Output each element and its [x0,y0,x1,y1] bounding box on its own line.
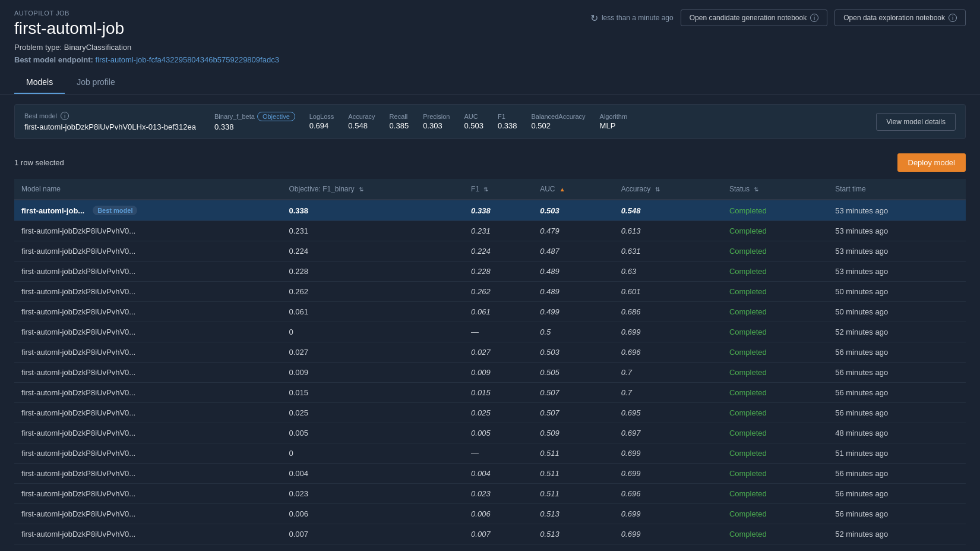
accuracy-cell: 0.601 [614,282,722,302]
best-model-info: Best model i first-automl-jobDzkP8iUvPvh… [24,112,214,131]
model-name-cell: first-automl-job...Best model [14,200,282,221]
table-row[interactable]: first-automl-jobDzkP8iUvPvhV0...0.0060.0… [14,504,966,524]
f1-cell: 0.006 [464,504,533,524]
data-exploration-button[interactable]: Open data exploration notebook i [834,10,966,26]
metric-f1: F1 0.338 [498,113,517,130]
best-model-label: Best model i [24,112,214,120]
table-row[interactable]: first-automl-job...Best model0.3380.3380… [14,200,966,221]
start-time-cell: 56 minutes ago [828,504,966,524]
table-row[interactable]: first-automl-jobDzkP8iUvPvhV0...0.2240.2… [14,241,966,262]
table-row[interactable]: first-automl-jobDzkP8iUvPvhV0...0.0090.0… [14,363,966,383]
auc-cell: 0.479 [533,221,614,241]
best-model-link[interactable]: first-automl-job-fcfa432295804346b575922… [96,55,279,64]
start-time-cell: 53 minutes ago [828,262,966,282]
objective-cell: 0.023 [282,484,464,504]
metric-balanced-accuracy: BalancedAccuracy 0.502 [531,113,585,130]
candidate-notebook-info-icon[interactable]: i [810,14,818,22]
models-table: Model name Objective: F1_binary ⇅ F1 ⇅ A… [14,179,966,551]
col-model-name[interactable]: Model name [14,179,282,200]
auc-cell: 0.509 [533,423,614,443]
table-row[interactable]: first-automl-jobDzkP8iUvPvhV0...0.0270.0… [14,342,966,363]
model-name-cell: first-automl-jobDzkP8iUvPvhV0... [14,504,282,524]
data-exploration-info-icon[interactable]: i [949,14,957,22]
model-name-text: first-automl-jobDzkP8iUvPvhV0... [21,307,135,316]
status-cell: Completed [722,423,828,443]
accuracy-cell: 0.7 [614,363,722,383]
accuracy-cell: 0.699 [614,544,722,552]
status-cell: Completed [722,484,828,504]
refresh-icon: ↻ [590,12,598,24]
candidate-notebook-button[interactable]: Open candidate generation notebook i [681,10,828,26]
view-model-details-button[interactable]: View model details [876,113,956,131]
col-objective[interactable]: Objective: F1_binary ⇅ [282,179,464,200]
table-row[interactable]: first-automl-jobDzkP8iUvPvhV0...0.0250.0… [14,403,966,423]
f1-cell: 0.023 [464,484,533,504]
col-status[interactable]: Status ⇅ [722,179,828,200]
objective-cell: 0.025 [282,403,464,423]
best-model-name: first-automl-jobDzkP8iUvPvhV0LHx-013-bef… [24,122,214,131]
col-accuracy[interactable]: Accuracy ⇅ [614,179,722,200]
start-time-cell: 56 minutes ago [828,544,966,552]
accuracy-cell: 0.699 [614,504,722,524]
status-cell: Completed [722,443,828,464]
start-time-cell: 50 minutes ago [828,282,966,302]
objective-cell: 0.009 [282,363,464,383]
status-cell: Completed [722,241,828,262]
table-row[interactable]: first-automl-jobDzkP8iUvPvhV0...0—0.50.6… [14,322,966,342]
table-row[interactable]: first-automl-jobDzkP8iUvPvhV0...0—0.5110… [14,443,966,464]
status-cell: Completed [722,221,828,241]
table-row[interactable]: first-automl-jobDzkP8iUvPvhV0...0.0040.0… [14,464,966,484]
metric-algorithm: Algorithm MLP [600,113,627,130]
f1-cell: 0.015 [464,383,533,403]
objective-cell: 0.262 [282,282,464,302]
model-name-text: first-automl-jobDzkP8iUvPvhV0... [21,328,135,336]
model-name-cell: first-automl-jobDzkP8iUvPvhV0... [14,282,282,302]
col-auc[interactable]: AUC ▲ [533,179,614,200]
table-row[interactable]: first-automl-jobDzkP8iUvPvhV0...0.0050.0… [14,423,966,443]
f1-cell: 0.007 [464,524,533,544]
auc-cell: 0.513 [533,504,614,524]
table-row[interactable]: first-automl-jobDzkP8iUvPvhV0...0.0610.0… [14,302,966,322]
col-objective-sort-icon: ⇅ [359,186,363,193]
tab-models[interactable]: Models [14,71,65,94]
model-name-text: first-automl-jobDzkP8iUvPvhV0... [21,388,135,397]
header-actions: ↻ less than a minute ago Open candidate … [590,10,966,26]
deploy-model-button[interactable]: Deploy model [897,153,966,172]
status-cell: Completed [722,262,828,282]
metric-accuracy: Accuracy 0.548 [348,113,375,130]
best-model-info-icon[interactable]: i [61,112,69,120]
table-row[interactable]: first-automl-jobDzkP8iUvPvhV0...0.2310.2… [14,221,966,241]
refresh-time-display: ↻ less than a minute ago [590,12,674,24]
table-row[interactable]: first-automl-jobDzkP8iUvPvhV0...0.0150.0… [14,383,966,403]
f1-cell: 0.224 [464,241,533,262]
models-table-container: Model name Objective: F1_binary ⇅ F1 ⇅ A… [14,179,966,551]
f1-cell: 0.025 [464,403,533,423]
model-name-cell: first-automl-jobDzkP8iUvPvhV0... [14,484,282,504]
col-start-time[interactable]: Start time [828,179,966,200]
status-cell: Completed [722,383,828,403]
status-cell: Completed [722,363,828,383]
tab-job-profile[interactable]: Job profile [65,71,127,94]
f1-cell: 0.008 [464,544,533,552]
model-name-cell: first-automl-jobDzkP8iUvPvhV0... [14,423,282,443]
auc-cell: 0.513 [533,544,614,552]
f1-cell: 0.027 [464,342,533,363]
status-cell: Completed [722,464,828,484]
table-row[interactable]: first-automl-jobDzkP8iUvPvhV0...0.2620.2… [14,282,966,302]
objective-cell: 0.231 [282,221,464,241]
status-cell: Completed [722,504,828,524]
col-f1[interactable]: F1 ⇅ [464,179,533,200]
table-row[interactable]: first-automl-jobDzkP8iUvPvhV0...0.0230.0… [14,484,966,504]
table-row[interactable]: first-automl-jobDzkP8iUvPvhV0...0.0080.0… [14,544,966,552]
objective-cell: 0.228 [282,262,464,282]
row-selected-text: 1 row selected [14,158,64,167]
table-row[interactable]: first-automl-jobDzkP8iUvPvhV0...0.2280.2… [14,262,966,282]
col-auc-sort-icon: ▲ [559,186,565,193]
table-row[interactable]: first-automl-jobDzkP8iUvPvhV0...0.0070.0… [14,524,966,544]
model-name-cell: first-automl-jobDzkP8iUvPvhV0... [14,403,282,423]
accuracy-cell: 0.696 [614,342,722,363]
objective-cell: 0.224 [282,241,464,262]
model-name-cell: first-automl-jobDzkP8iUvPvhV0... [14,524,282,544]
model-name-cell: first-automl-jobDzkP8iUvPvhV0... [14,363,282,383]
best-model-endpoint: Best model endpoint: first-automl-job-fc… [14,55,966,64]
